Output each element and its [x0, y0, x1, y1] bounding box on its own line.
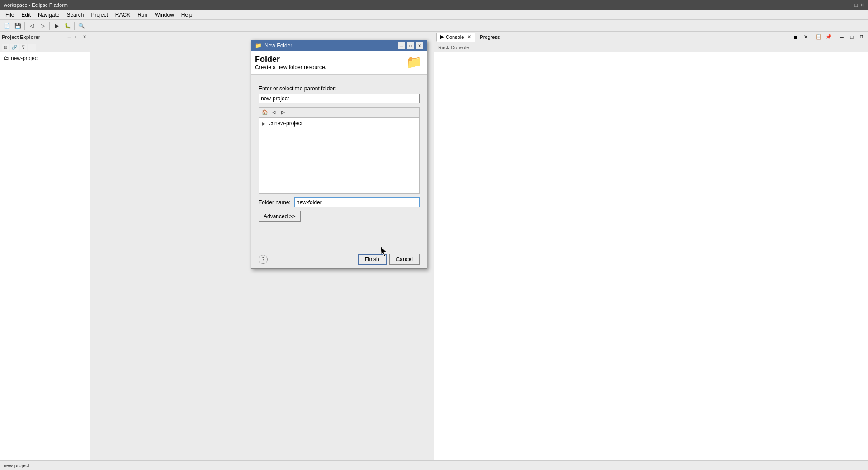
parent-folder-label: Enter or select the parent folder: [259, 85, 420, 92]
panel-minimize[interactable]: ─ [66, 33, 73, 40]
project-tree: 🗂 new-project [0, 52, 90, 460]
dialog-folder-icon: 📁 [255, 42, 262, 49]
menu-edit[interactable]: Edit [18, 11, 34, 19]
parent-folder-section: Enter or select the parent folder: [259, 85, 420, 103]
dialog-spacer [259, 222, 420, 244]
dialog-title: 📁 New Folder [255, 42, 292, 49]
title-bar: workspace - Eclipse Platform ─ □ ✕ [0, 0, 868, 10]
pe-filter[interactable]: ⊽ [20, 44, 27, 51]
tb-debug[interactable]: 🐛 [62, 21, 72, 31]
tree-item-new-project[interactable]: 🗂 new-project [2, 54, 88, 62]
tree-tb-back[interactable]: ◁ [270, 108, 278, 117]
help-button[interactable]: ? [259, 255, 268, 264]
cancel-button[interactable]: Cancel [389, 254, 420, 265]
tb-sep-2 [49, 22, 50, 30]
menu-run[interactable]: Run [134, 11, 151, 19]
dialog-maximize[interactable]: □ [407, 42, 414, 49]
parent-folder-input[interactable] [259, 94, 420, 103]
folder-tree[interactable]: ▶ 🗂 new-project [259, 117, 420, 194]
pe-collapse-all[interactable]: ⊟ [2, 44, 9, 51]
tb-new[interactable]: 📄 [2, 21, 12, 31]
menu-bar: File Edit Navigate Search Project RACK R… [0, 10, 868, 20]
folder-name-input[interactable] [294, 197, 420, 207]
console-toolbar-btns: ⏹ ✕ 📋 📌 ─ □ ⧉ [791, 33, 866, 41]
console-tab[interactable]: ▶ Console ✕ [436, 33, 475, 42]
project-explorer-panel: Project Explorer ─ □ ✕ ⊟ 🔗 ⊽ ⋮ 🗂 new-pro… [0, 32, 90, 460]
menu-help[interactable]: Help [178, 11, 196, 19]
console-subtitle-bar: Rack Console [434, 42, 868, 52]
tree-toolbar: 🏠 ◁ ▷ [259, 107, 420, 117]
rp-restore[interactable]: ⧉ [857, 33, 866, 41]
footer-buttons: Finish Cancel [358, 254, 420, 265]
tb-save[interactable]: 💾 [13, 21, 23, 31]
dialog-header-text: Folder Create a new folder resource. [255, 55, 326, 70]
menu-file[interactable]: File [2, 11, 18, 19]
console-tab-label: Console [446, 34, 464, 40]
advanced-button[interactable]: Advanced >> [259, 211, 301, 222]
tree-tb-forward[interactable]: ▷ [279, 108, 287, 117]
project-explorer-title: Project Explorer [2, 34, 40, 40]
dialog-folder-desc: Create a new folder resource. [255, 64, 326, 70]
rp-max[interactable]: □ [847, 33, 856, 41]
rp-tb-btn-3[interactable]: 📋 [814, 33, 823, 41]
status-text: new-project [4, 463, 29, 468]
menu-project[interactable]: Project [87, 11, 111, 19]
tb-search[interactable]: 🔍 [76, 21, 86, 31]
folder-name-label: Folder name: [259, 199, 291, 206]
console-tab-bar: ▶ Console ✕ Progress ⏹ ✕ 📋 📌 ─ □ ⧉ [434, 32, 868, 42]
tree-expand-arrow[interactable]: ▶ [262, 121, 267, 126]
dialog-folder-large-icon [406, 55, 423, 69]
status-bar: new-project [0, 460, 868, 470]
window-controls: ─ □ ✕ [849, 2, 864, 8]
menu-rack[interactable]: RACK [112, 11, 134, 19]
panel-header-controls: ─ □ ✕ [66, 33, 88, 40]
dialog-footer: ? Finish Cancel [251, 250, 427, 268]
tree-tb-home[interactable]: 🏠 [261, 108, 269, 117]
dialog-folder-title: Folder [255, 55, 326, 64]
tree-project-icon: 🗂 [268, 120, 274, 127]
progress-tab-label: Progress [480, 34, 500, 40]
main-layout: Project Explorer ─ □ ✕ ⊟ 🔗 ⊽ ⋮ 🗂 new-pro… [0, 32, 868, 460]
menu-window[interactable]: Window [151, 11, 178, 19]
rp-sep-1 [812, 34, 812, 40]
dialog-body: Enter or select the parent folder: 🏠 ◁ ▷… [251, 80, 427, 250]
console-icon: ▶ [440, 34, 444, 40]
close-btn[interactable]: ✕ [860, 2, 864, 8]
maximize-btn[interactable]: □ [854, 2, 858, 8]
tb-forward[interactable]: ▷ [38, 21, 47, 31]
main-toolbar: 📄 💾 ◁ ▷ ▶ 🐛 🔍 [0, 20, 868, 32]
dialog-minimize[interactable]: ─ [398, 42, 405, 49]
rack-console-label: Rack Console [436, 45, 469, 50]
console-close-icon[interactable]: ✕ [467, 34, 471, 39]
rp-tb-btn-1[interactable]: ⏹ [791, 33, 800, 41]
app-title: workspace - Eclipse Platform [4, 2, 68, 8]
advanced-section: Advanced >> [259, 207, 420, 222]
tree-project-label: new-project [274, 120, 302, 127]
minimize-btn[interactable]: ─ [849, 2, 852, 8]
project-name: new-project [11, 55, 39, 61]
dialog-controls: ─ □ ✕ [398, 42, 423, 49]
rp-sep-2 [835, 34, 835, 40]
tb-run[interactable]: ▶ [52, 21, 61, 31]
project-icon: 🗂 [4, 55, 9, 61]
panel-close[interactable]: ✕ [81, 33, 88, 40]
project-explorer-toolbar: ⊟ 🔗 ⊽ ⋮ [0, 42, 90, 52]
rp-tb-btn-2[interactable]: ✕ [801, 33, 810, 41]
dialog-close[interactable]: ✕ [416, 42, 423, 49]
pe-more[interactable]: ⋮ [28, 44, 36, 51]
menu-search[interactable]: Search [63, 11, 87, 19]
tb-sep-3 [74, 22, 75, 30]
pe-link[interactable]: 🔗 [10, 44, 19, 51]
console-content [434, 52, 868, 460]
tb-sep-1 [24, 22, 25, 30]
panel-maximize[interactable]: □ [74, 33, 80, 40]
folder-name-row: Folder name: [259, 197, 420, 207]
project-explorer-header: Project Explorer ─ □ ✕ [0, 32, 90, 42]
rp-tb-btn-4[interactable]: 📌 [824, 33, 833, 41]
rp-min[interactable]: ─ [837, 33, 846, 41]
finish-button[interactable]: Finish [358, 254, 387, 265]
tb-back[interactable]: ◁ [27, 21, 37, 31]
menu-navigate[interactable]: Navigate [34, 11, 63, 19]
tree-row-new-project[interactable]: ▶ 🗂 new-project [261, 119, 417, 127]
progress-tab[interactable]: Progress [476, 33, 503, 42]
